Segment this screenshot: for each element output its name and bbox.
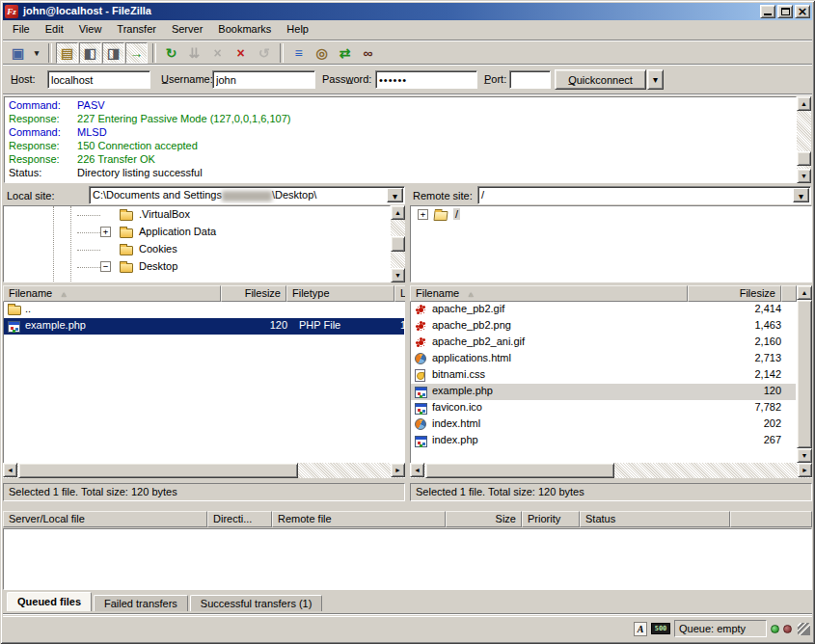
site-manager-dropdown-button[interactable]: ▾ (30, 42, 43, 64)
find-files-button[interactable]: ∞ (357, 42, 379, 64)
scroll-thumb[interactable] (18, 463, 298, 478)
synchronized-browsing-button[interactable]: ⇄ (334, 42, 356, 64)
apache_pb2_ani.gif[interactable]: apache_pb2_ani.gif 2,160 (411, 335, 796, 351)
remote-list-vscrollbar[interactable] (797, 285, 812, 463)
menu-item-help[interactable]: Help (279, 21, 316, 39)
tree-item-application-data[interactable]: + Application Data (4, 224, 390, 241)
scroll-left-button[interactable] (410, 463, 424, 477)
apache_pb2.png[interactable]: apache_pb2.png 1,463 (411, 318, 796, 335)
column-header-last-modified[interactable]: L (394, 285, 405, 302)
scroll-down-button[interactable] (391, 268, 405, 282)
directory-listing-filters-button[interactable]: ≡ (287, 42, 310, 64)
toolbar-separator[interactable] (152, 43, 156, 63)
favicon.ico[interactable]: favicon.ico 7,782 (411, 400, 796, 416)
combo-dropdown-icon[interactable] (387, 188, 403, 202)
column-header-filesize[interactable]: Filesize (688, 285, 781, 302)
password-input[interactable] (375, 70, 477, 89)
maximize-button[interactable] (777, 5, 793, 18)
transfer-queue-list[interactable] (3, 528, 812, 590)
transfer-type-ascii-indicator[interactable]: A (634, 622, 647, 636)
scroll-thumb[interactable] (797, 151, 811, 166)
column-header-filename[interactable]: Filename (410, 285, 688, 302)
toggle-queue-button[interactable]: → (125, 42, 148, 64)
tree-item-label: Cookies (139, 243, 177, 255)
speed-limits-icon[interactable]: 500 (651, 623, 670, 634)
scroll-right-button[interactable] (391, 463, 405, 477)
refresh-button[interactable]: ↻ (160, 42, 182, 64)
toolbar-separator[interactable] (48, 43, 52, 63)
toggle-remote-tree-button[interactable]: ◨ (102, 42, 124, 64)
scroll-right-button[interactable] (798, 463, 812, 477)
applications.html[interactable]: applications.html 2,713 (411, 351, 796, 367)
column-header-filename[interactable]: Filename (3, 285, 221, 302)
tree-item-cookies[interactable]: Cookies (4, 241, 390, 258)
index.php[interactable]: index.php 267 (411, 433, 796, 449)
tab-failed-transfers[interactable]: Failed transfers (94, 595, 188, 611)
tab-successful-transfers[interactable]: Successful transfers (1) (190, 595, 323, 611)
index.html[interactable]: index.html 202 (411, 416, 796, 433)
column-header-filetype[interactable]: Filetype (286, 285, 394, 302)
queue-column-direction[interactable]: Directi... (207, 511, 272, 527)
tree-expander[interactable]: + (418, 209, 428, 220)
combo-dropdown-icon[interactable] (793, 188, 809, 202)
toggle-message-log-button[interactable]: ▤ (56, 42, 78, 64)
column-header-filesize[interactable]: Filesize (221, 285, 286, 302)
apache_pb2.gif[interactable]: apache_pb2.gif 2,414 (411, 302, 796, 318)
menu-item-view[interactable]: View (71, 21, 110, 39)
queue-column-status[interactable]: Status (580, 511, 730, 527)
menu-item-file[interactable]: File (5, 21, 38, 39)
local-list-hscrollbar[interactable] (3, 463, 405, 478)
directory-comparison-button[interactable]: ◎ (311, 42, 333, 64)
scroll-up-button[interactable] (391, 205, 405, 220)
menu-item-server[interactable]: Server (164, 21, 210, 39)
scroll-down-button[interactable] (797, 448, 812, 463)
local-site-combobox[interactable]: C:\Documents and Settings\Desktop\ (89, 186, 405, 204)
scroll-up-button[interactable] (797, 285, 812, 300)
tab-queued-files[interactable]: Queued files (7, 592, 92, 611)
minimize-button[interactable] (760, 5, 775, 18)
example.php[interactable]: example.php 120 (411, 384, 796, 400)
example.php[interactable]: example.php 120 PHP File 1 (4, 318, 404, 335)
scroll-down-button[interactable] (797, 169, 811, 183)
bitnami.css[interactable]: bitnami.css 2,142 (411, 367, 796, 384)
tree-item-virtualbox[interactable]: .VirtualBox (4, 206, 390, 224)
queue-column-size[interactable]: Size (446, 511, 522, 527)
quickconnect-button[interactable]: Q̲uickconnect (555, 69, 646, 90)
toggle-local-tree-button[interactable]: ◧ (79, 42, 101, 64)
scroll-thumb[interactable] (391, 236, 405, 252)
scroll-thumb[interactable] (425, 463, 614, 478)
menu-item-edit[interactable]: Edit (38, 21, 71, 39)
toolbar-separator[interactable] (280, 43, 284, 63)
menu-item-transfer[interactable]: Transfer (109, 21, 164, 39)
reconnect-button[interactable]: ↺ (253, 42, 275, 64)
quickconnect-dropdown-button[interactable] (647, 69, 664, 90)
username-input[interactable] (212, 70, 315, 89)
process-queue-button[interactable]: ⇊ (183, 42, 205, 64)
file-size: 7,782 (689, 401, 781, 413)
close-button[interactable] (795, 5, 810, 18)
site-manager-button[interactable]: ▣ (7, 42, 29, 64)
local-tree-scrollbar[interactable] (391, 205, 405, 282)
log-scrollbar[interactable] (797, 96, 811, 183)
resize-grip[interactable] (798, 623, 810, 635)
tree-item-desktop[interactable]: − Desktop (4, 258, 390, 276)
host-input[interactable] (47, 70, 150, 89)
scroll-thumb[interactable] (797, 300, 812, 448)
queue-column-server-local-file[interactable]: Server/Local file (3, 511, 207, 527)
cancel-operation-button[interactable]: × (206, 42, 229, 64)
queue-column-filler[interactable] (730, 511, 812, 527)
port-input[interactable] (509, 70, 551, 89)
tree-expander[interactable]: − (100, 261, 111, 272)
tree-expander[interactable]: + (100, 227, 111, 237)
queue-column-priority[interactable]: Priority (522, 511, 580, 527)
queue-column-remote-file[interactable]: Remote file (272, 511, 446, 527)
remote-list-hscrollbar[interactable] (410, 463, 812, 478)
tree-item-root[interactable]: + / (411, 206, 811, 224)
scroll-left-button[interactable] (3, 463, 17, 477)
column-header-filler[interactable] (781, 285, 797, 302)
scroll-up-button[interactable] (797, 96, 811, 111)
disconnect-button[interactable]: × (230, 42, 252, 64)
..[interactable]: .. (4, 302, 404, 318)
menu-item-bookmarks[interactable]: Bookmarks (210, 21, 279, 39)
remote-site-combobox[interactable]: / (477, 186, 811, 204)
